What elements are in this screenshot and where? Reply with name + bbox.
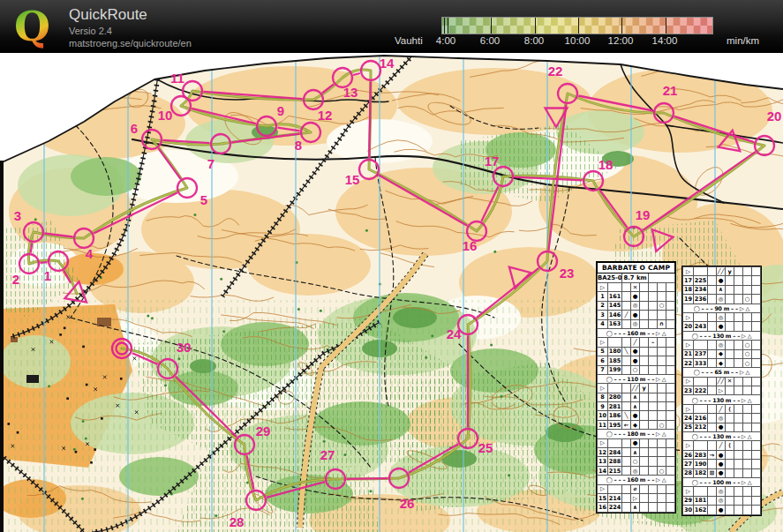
sheet-cell <box>708 487 717 496</box>
sheet-row: ▷◎○ <box>683 341 761 349</box>
sheet-cell <box>666 420 675 429</box>
sheet-cell <box>694 404 708 413</box>
sheet-cell <box>649 457 658 466</box>
sheet-cell <box>752 295 761 303</box>
sheet-cell <box>708 496 717 505</box>
sheet-cell: 13 <box>598 457 608 466</box>
sheet-row: ◯ – – – 160 m – – ▷ △ <box>598 328 675 337</box>
speed-legend-label: Vauhti <box>395 35 423 46</box>
control-number: 20 <box>767 109 782 124</box>
sheet-cell <box>708 404 717 413</box>
sheet-cell: ● <box>717 468 726 477</box>
sheet-cell <box>734 358 743 367</box>
sheet-cell <box>743 487 752 496</box>
sheet-cell <box>649 283 658 292</box>
sheet-cell: 11 <box>598 420 608 429</box>
control-number: 15 <box>345 172 360 187</box>
sheet-cell: ▷ <box>683 404 694 413</box>
sheet-cell <box>734 276 743 285</box>
sheet-cell: ◆ <box>717 358 726 367</box>
legend-tick <box>444 18 445 34</box>
sheet-cell: ○ <box>658 420 666 429</box>
sheet-cell <box>743 322 752 331</box>
sheet-cell <box>658 393 666 401</box>
sheet-row: BARBATE O CAMP <box>598 263 675 273</box>
sheet-cell: ▷ <box>683 341 694 349</box>
sheet-cell <box>666 411 675 420</box>
control-number: 18 <box>599 157 614 172</box>
sheet-cell <box>658 356 666 365</box>
sheet-row: BA25-058.7 km <box>598 273 675 283</box>
sheet-cell <box>734 267 743 276</box>
sheet-cell: y <box>640 384 649 393</box>
sheet-cell <box>658 292 666 301</box>
sheet-cell <box>694 487 708 496</box>
sheet-cell <box>640 347 649 356</box>
sheet-cell <box>752 377 761 386</box>
sheet-cell <box>734 386 743 395</box>
control-number: 9 <box>277 103 284 118</box>
sheet-row: 20243● <box>683 322 761 331</box>
sheet-title: BARBATE O CAMP <box>598 263 675 273</box>
sheet-cell: ◯ – – – 160 m – – ▷ △ <box>598 476 675 484</box>
sheet-cell: 243 <box>694 322 708 331</box>
sheet-cell: ◆ <box>717 349 726 358</box>
sheet-cell: ◎ <box>717 312 726 321</box>
sheet-cell: 24 <box>683 414 694 423</box>
sheet-cell <box>743 312 752 321</box>
sheet-cell <box>640 356 649 365</box>
sheet-cell: ● <box>717 450 726 459</box>
sheet-cell <box>752 506 761 514</box>
sheet-cell <box>752 322 761 331</box>
sheet-cell <box>743 267 752 276</box>
sheet-cell: 20 <box>683 322 694 331</box>
sheet-cell <box>622 365 631 374</box>
sheet-cell <box>640 466 649 475</box>
control-description-sheet-1: BARBATE O CAMPBA25-058.7 km▷✕1161●2145◎○… <box>596 261 676 513</box>
sheet-row: 15214▷ <box>598 493 675 502</box>
sheet-cell: 15 <box>598 493 608 502</box>
sheet-cell <box>743 377 752 386</box>
control-number: 6 <box>131 121 138 136</box>
sheet-row: 21237◆○ <box>683 349 761 358</box>
sheet-cell <box>608 283 622 292</box>
sheet-cell: 162 <box>694 506 708 514</box>
sheet-cell: ▷ <box>631 493 640 502</box>
sheet-cell <box>658 484 666 493</box>
sheet-row: ◯ – – – 110 m – – ▷ △ <box>598 374 675 383</box>
sheet-cell <box>666 384 675 393</box>
sheet-cell <box>666 347 675 356</box>
sheet-cell: 23 <box>683 386 694 395</box>
app-website: matstroeng.se/quickroute/en <box>69 38 192 49</box>
sheet-cell <box>622 292 631 301</box>
sheet-cell <box>752 386 761 395</box>
sheet-row: 22333◆○ <box>683 358 761 367</box>
sheet-cell <box>658 311 666 319</box>
sheet-row: ▷╱⟨ <box>683 441 761 450</box>
sheet-cell: 216 <box>694 414 708 423</box>
sheet-cell: ○ <box>743 349 752 358</box>
sheet-cell <box>734 322 743 331</box>
speed-gradient-bar[interactable] <box>441 17 713 34</box>
sheet-cell: ◎ <box>717 295 726 303</box>
sheet-cell <box>608 484 622 493</box>
sheet-row: 26283→● <box>683 450 761 459</box>
map-canvas[interactable]: 1234567891011121314151617181920212223242… <box>0 53 783 532</box>
sheet-cell: ← <box>622 420 631 429</box>
sheet-cell <box>743 506 752 514</box>
sheet-cell: ◎ <box>717 487 726 496</box>
control-number: 7 <box>207 156 215 171</box>
sheet-cell <box>708 341 717 349</box>
sheet-cell <box>708 285 717 294</box>
sheet-cell <box>726 358 734 367</box>
sheet-cell: 145 <box>608 301 622 310</box>
sheet-cell: ⟨ <box>726 404 734 413</box>
app-version: Versio 2.4 <box>69 26 112 36</box>
sheet-cell <box>649 311 658 319</box>
sheet-row: ▷╱⟨ <box>683 404 761 413</box>
sheet-cell <box>640 493 649 502</box>
sheet-cell <box>658 411 666 420</box>
sheet-cell: ∧ <box>631 402 640 411</box>
sheet-cell: ○ <box>631 457 640 466</box>
course-line <box>40 262 47 263</box>
